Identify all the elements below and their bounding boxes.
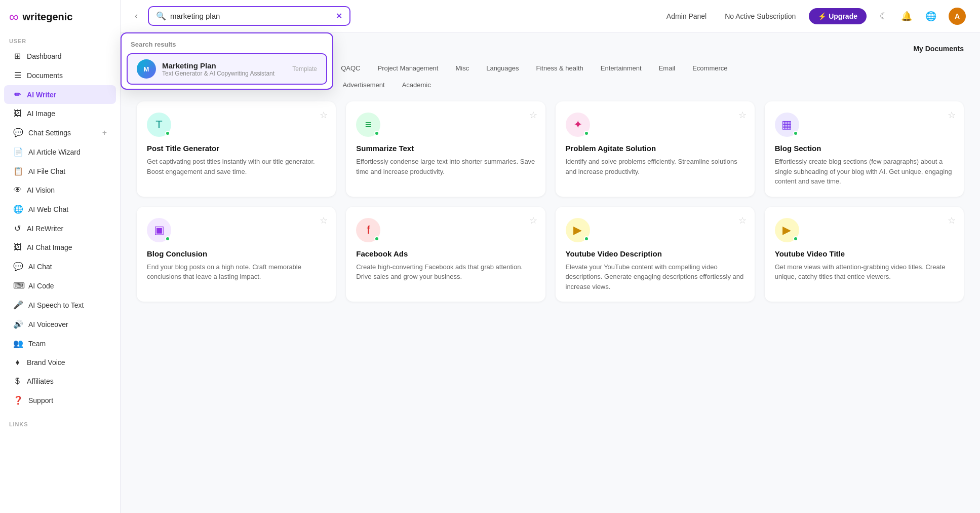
dark-mode-icon[interactable]: ☾ xyxy=(880,11,888,22)
filter-chip-languages[interactable]: Languages xyxy=(479,62,526,75)
sidebar-item-label-documents: Documents xyxy=(27,71,63,80)
sidebar-item-ai-article-wizard[interactable]: 📄AI Article Wizard xyxy=(4,142,116,161)
card-desc-youtube-video-description: Elevate your YouTube content with compel… xyxy=(566,262,744,292)
avatar[interactable]: A xyxy=(949,8,966,25)
card-favorite-icon-post-title-generator[interactable]: ☆ xyxy=(320,109,328,121)
sidebar-item-label-ai-voiceover: AI Voiceover xyxy=(28,320,68,328)
search-dropdown: Search results M Marketing Plan Text Gen… xyxy=(121,32,333,90)
card-active-dot-blog-conclusion xyxy=(165,236,170,241)
sidebar-item-documents[interactable]: ☰Documents xyxy=(4,66,116,85)
sidebar-item-support[interactable]: ❓Support xyxy=(4,391,116,410)
ai-writer-icon: ✏ xyxy=(13,90,22,99)
sidebar-item-ai-image[interactable]: 🖼AI Image xyxy=(4,104,116,123)
sidebar-item-label-ai-article-wizard: AI Article Wizard xyxy=(28,148,81,156)
card-favorite-icon-blog-conclusion[interactable]: ☆ xyxy=(320,215,328,226)
ai-article-wizard-icon: 📄 xyxy=(13,147,23,157)
brand-voice-icon: ♦ xyxy=(13,358,22,367)
card-active-dot-facebook-ads xyxy=(374,236,379,241)
card-favorite-icon-youtube-video-description[interactable]: ☆ xyxy=(738,215,747,226)
admin-panel-link[interactable]: Admin Panel xyxy=(667,12,707,20)
filter-chip-misc[interactable]: Misc xyxy=(448,62,476,75)
card-favorite-icon-facebook-ads[interactable]: ☆ xyxy=(529,215,537,226)
sidebar-item-chat-settings[interactable]: 💬Chat Settings+ xyxy=(4,123,116,142)
filter-chip-academic[interactable]: Academic xyxy=(395,79,438,91)
header: ‹ 🔍 ✕ Admin Panel No Active Subscription… xyxy=(121,0,980,32)
support-icon: ❓ xyxy=(13,395,23,405)
sidebar-item-affiliates[interactable]: $Affiliates xyxy=(4,372,116,390)
search-input[interactable] xyxy=(170,12,332,20)
sidebar-item-ai-code[interactable]: ⌨AI Code xyxy=(4,276,116,295)
chat-settings-icon: 💬 xyxy=(13,128,23,137)
filter-chip-email[interactable]: Email xyxy=(652,62,683,75)
card-favorite-icon-problem-agitate-solution[interactable]: ☆ xyxy=(738,109,747,121)
sidebar-item-ai-voiceover[interactable]: 🔊AI Voiceover xyxy=(4,315,116,334)
card-post-title-generator[interactable]: ☆TPost Title GeneratorGet captivating po… xyxy=(137,101,336,197)
filter-chip-ecommerce[interactable]: Ecommerce xyxy=(685,62,734,75)
sidebar-item-ai-file-chat[interactable]: 📋AI File Chat xyxy=(4,162,116,180)
card-icon-summarize-text: ≡ xyxy=(356,113,380,137)
card-blog-conclusion[interactable]: ☆▣Blog ConclusionEnd your blog posts on … xyxy=(137,207,336,302)
card-blog-section[interactable]: ☆▦Blog SectionEffortlessly create blog s… xyxy=(765,101,964,197)
sidebar-item-ai-speech-to-text[interactable]: 🎤AI Speech to Text xyxy=(4,296,116,314)
card-favorite-icon-youtube-video-title[interactable]: ☆ xyxy=(948,215,956,226)
sidebar-item-brand-voice[interactable]: ♦Brand Voice xyxy=(4,353,116,372)
search-clear-icon[interactable]: ✕ xyxy=(336,12,342,21)
ai-rewriter-icon: ↺ xyxy=(13,224,22,233)
my-documents-button[interactable]: My Documents xyxy=(913,45,964,53)
card-icon-youtube-video-title: ▶ xyxy=(775,218,799,242)
card-desc-blog-section: Effortlessly create blog sections (few p… xyxy=(775,157,954,187)
sidebar-item-ai-vision[interactable]: 👁AI Vision xyxy=(4,181,116,199)
logo: ∞ writegenic xyxy=(0,0,120,32)
card-active-dot-youtube-video-description xyxy=(584,236,589,241)
chat-settings-plus-icon[interactable]: + xyxy=(102,128,107,137)
filter-chip-entertainment[interactable]: Entertainment xyxy=(594,62,649,75)
sidebar-item-ai-chat-image[interactable]: 🖼AI Chat Image xyxy=(4,238,116,256)
ai-image-icon: 🖼 xyxy=(13,109,22,118)
sidebar-item-label-ai-rewriter: AI ReWriter xyxy=(27,225,63,233)
card-facebook-ads[interactable]: ☆fFacebook AdsCreate high-converting Fac… xyxy=(346,207,545,302)
upgrade-button[interactable]: ⚡ Upgrade xyxy=(809,8,867,24)
card-title-post-title-generator: Post Title Generator xyxy=(147,144,326,153)
card-desc-youtube-video-title: Get more views with attention-grabbing v… xyxy=(775,262,954,282)
filter-chip-project-management[interactable]: Project Management xyxy=(371,62,446,75)
card-title-youtube-video-title: Youtube Video Title xyxy=(775,249,954,258)
sidebar-item-ai-web-chat[interactable]: 🌐AI Web Chat xyxy=(4,200,116,218)
card-title-youtube-video-description: Youtube Video Description xyxy=(566,249,744,258)
sidebar-item-dashboard[interactable]: ⊞Dashboard xyxy=(4,47,116,65)
filter-chip-fitness-health[interactable]: Fitness & health xyxy=(529,62,591,75)
result-icon: M xyxy=(137,59,156,79)
card-title-blog-conclusion: Blog Conclusion xyxy=(147,249,326,258)
team-icon: 👥 xyxy=(13,339,23,348)
filter-chip-qaqc[interactable]: QAQC xyxy=(334,62,367,75)
sidebar: ∞ writegenic USER ⊞Dashboard☰Documents✏A… xyxy=(0,0,121,513)
card-youtube-video-description[interactable]: ☆▶Youtube Video DescriptionElevate your … xyxy=(556,207,755,302)
filter-chip-advertisement[interactable]: Advertisement xyxy=(336,79,392,91)
sidebar-item-ai-chat[interactable]: 💬AI Chat xyxy=(4,257,116,276)
notifications-icon[interactable]: 🔔 xyxy=(901,11,912,22)
user-section-label: USER xyxy=(0,32,120,46)
card-favorite-icon-blog-section[interactable]: ☆ xyxy=(948,109,956,121)
logo-icon: ∞ xyxy=(9,9,19,25)
card-youtube-video-title[interactable]: ☆▶Youtube Video TitleGet more views with… xyxy=(765,207,964,302)
ai-chat-image-icon: 🖼 xyxy=(13,243,22,252)
sidebar-item-ai-writer[interactable]: ✏AI Writer xyxy=(4,85,116,104)
card-favorite-icon-summarize-text[interactable]: ☆ xyxy=(529,109,537,121)
sidebar-item-ai-rewriter[interactable]: ↺AI ReWriter xyxy=(4,219,116,238)
card-summarize-text[interactable]: ☆≡Summarize TextEffortlessly condense la… xyxy=(346,101,545,197)
documents-icon: ☰ xyxy=(13,70,22,80)
card-problem-agitate-solution[interactable]: ☆✦Problem Agitate SolutionIdentify and s… xyxy=(556,101,755,197)
card-icon-blog-section: ▦ xyxy=(775,113,799,137)
card-icon-facebook-ads: f xyxy=(356,218,380,242)
sidebar-item-label-ai-file-chat: AI File Chat xyxy=(28,167,65,175)
language-icon[interactable]: 🌐 xyxy=(925,11,936,22)
search-result-item[interactable]: M Marketing Plan Text Generator & AI Cop… xyxy=(127,53,327,85)
sidebar-item-label-ai-speech-to-text: AI Speech to Text xyxy=(28,301,84,309)
card-icon-youtube-video-description: ▶ xyxy=(566,218,590,242)
card-desc-summarize-text: Effortlessly condense large text into sh… xyxy=(356,157,535,176)
card-active-dot-post-title-generator xyxy=(165,131,170,136)
ai-web-chat-icon: 🌐 xyxy=(13,204,23,214)
collapse-icon[interactable]: ‹ xyxy=(135,11,138,21)
sidebar-item-team[interactable]: 👥Team xyxy=(4,334,116,353)
card-active-dot-problem-agitate-solution xyxy=(584,131,589,136)
sidebar-item-label-team: Team xyxy=(28,340,46,348)
